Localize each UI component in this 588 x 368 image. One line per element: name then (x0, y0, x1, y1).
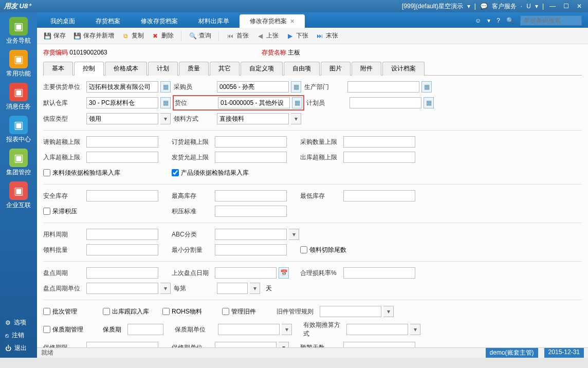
order-max-input[interactable] (215, 136, 287, 148)
barcode-search-input[interactable] (520, 15, 582, 26)
each-input[interactable] (217, 283, 248, 294)
close-button[interactable]: ✕ (575, 2, 584, 10)
subtab[interactable]: 设计档案 (382, 62, 425, 76)
chevron-down-icon[interactable]: ▾ (160, 113, 171, 124)
supply-type-select[interactable] (86, 113, 158, 124)
valid-calc-select[interactable] (346, 324, 408, 335)
last-button[interactable]: ⏭末张 (316, 31, 338, 40)
chevron-down-icon[interactable]: ▾ (291, 113, 301, 124)
slow-stock-checkbox[interactable]: 呆滞积压 (43, 207, 77, 216)
chevron-down-icon[interactable]: ▾ (250, 283, 260, 294)
location-input[interactable] (218, 97, 290, 108)
sidebar-item[interactable]: ▣报表中心 (3, 114, 34, 145)
tab[interactable]: 存货档案 (85, 14, 131, 28)
sidebar-item[interactable]: ▣消息任务 (3, 81, 34, 112)
subtab[interactable]: 附件 (352, 62, 381, 76)
loss-rate-input[interactable] (343, 267, 415, 279)
subtab[interactable]: 价格成本 (105, 62, 147, 76)
max-stock-input[interactable] (215, 190, 287, 201)
count-unit-select[interactable] (86, 283, 158, 294)
sidebar-options[interactable]: ⚙选项 (0, 316, 37, 329)
buy-qty-input[interactable] (343, 136, 415, 148)
warranty-unit-select[interactable] (218, 324, 280, 335)
warehouse-input[interactable] (86, 97, 158, 108)
subtab[interactable]: 自由项 (284, 62, 320, 76)
ref-icon[interactable]: ▦ (292, 97, 302, 108)
help-icon[interactable]: ? (497, 17, 500, 24)
subtab[interactable]: 自定义项 (241, 62, 283, 76)
incoming-inspect-checkbox[interactable]: 来料须依据检验结果入库 (43, 169, 120, 177)
count-period-input[interactable] (86, 267, 158, 279)
in-max-input[interactable] (86, 152, 158, 163)
subtab[interactable]: 计划 (148, 62, 178, 76)
sidebar-item[interactable]: ▣集团管控 (3, 147, 34, 178)
tab[interactable]: 材料出库单 (188, 14, 240, 28)
min-stock-input[interactable] (343, 190, 415, 201)
old-part-checkbox[interactable]: 管理旧件 (222, 307, 256, 316)
subtab[interactable]: 质量 (179, 62, 209, 76)
tab[interactable]: 修改存货档案 (131, 14, 188, 28)
out-track-checkbox[interactable]: 出库跟踪入库 (103, 307, 149, 316)
min-split-input[interactable] (215, 244, 287, 255)
pick-batch-input[interactable] (86, 244, 158, 255)
subtab[interactable]: 图片 (321, 62, 351, 76)
save-button[interactable]: 💾保存 (43, 31, 66, 40)
delete-button[interactable]: ✖删除 (151, 31, 174, 40)
chevron-down-icon[interactable]: ▾ (282, 324, 292, 335)
pick-type-select[interactable] (217, 113, 289, 124)
product-inspect-checkbox[interactable]: 产品须依据检验结果入库 (172, 169, 249, 177)
chat-icon[interactable]: 💬 (480, 3, 488, 10)
abc-select[interactable] (215, 229, 287, 240)
subtab[interactable]: 控制 (74, 62, 104, 76)
ship-allow-input[interactable] (215, 152, 287, 163)
safe-stock-input[interactable] (86, 190, 158, 201)
rohs-checkbox[interactable]: ROHS物料 (162, 307, 202, 316)
tab[interactable]: 我的桌面 (40, 14, 85, 28)
tab[interactable]: 修改存货档案✕ (240, 14, 305, 28)
ref-icon[interactable]: ▦ (291, 81, 301, 93)
out-max-input[interactable] (343, 152, 415, 163)
query-button[interactable]: 🔍查询 (189, 31, 211, 40)
ref-icon[interactable]: ▦ (421, 81, 432, 93)
customer-service-link[interactable]: 客户服务 (492, 2, 517, 11)
batch-mgmt-checkbox[interactable]: 批次管理 (43, 307, 77, 316)
copy-button[interactable]: ⧉复制 (121, 31, 144, 40)
dropdown-icon[interactable]: ▾ (467, 3, 470, 10)
search-icon[interactable]: 🔍 (506, 17, 514, 24)
sidebar-exit[interactable]: ⏻退出 (0, 342, 37, 355)
ref-icon[interactable]: ▦ (424, 97, 434, 108)
chevron-down-icon[interactable]: ▾ (289, 229, 299, 240)
ref-icon[interactable]: ▦ (160, 81, 171, 93)
buyer-input[interactable] (217, 81, 289, 93)
close-icon[interactable]: ✕ (290, 18, 295, 25)
planner-input[interactable] (350, 97, 421, 108)
warranty-period-input[interactable] (127, 324, 163, 335)
minimize-button[interactable]: — (548, 2, 557, 10)
sidebar-item[interactable]: ▣业务导航 (3, 15, 34, 46)
ref-icon[interactable]: ▦ (160, 97, 171, 108)
smiley-icon[interactable]: ☺ (475, 17, 481, 24)
mat-period-input[interactable] (86, 229, 158, 240)
sidebar-item[interactable]: ▣企业互联 (3, 180, 34, 211)
dropdown-icon[interactable]: ▾ (487, 17, 490, 24)
first-button[interactable]: ⏮首张 (226, 31, 249, 40)
chevron-down-icon[interactable]: ▾ (160, 283, 171, 294)
req-max-input[interactable] (86, 136, 158, 148)
supplier-input[interactable] (86, 81, 158, 93)
sidebar-logout[interactable]: ⎋注销 (0, 329, 37, 342)
dept-input[interactable] (347, 81, 419, 93)
next-button[interactable]: ▶下张 (286, 31, 308, 40)
warranty-checkbox[interactable]: 保质期管理 (43, 325, 83, 334)
maximize-button[interactable]: ☐ (561, 2, 571, 10)
prev-button[interactable]: ◀上张 (256, 31, 279, 40)
slow-std-input[interactable] (215, 206, 287, 217)
chevron-down-icon[interactable]: ▾ (383, 306, 394, 317)
cut-tail-checkbox[interactable]: 领料切除尾数 (300, 246, 346, 254)
old-rule-select[interactable] (320, 306, 381, 317)
last-count-date[interactable] (215, 267, 277, 279)
save-new-button[interactable]: 💾保存并新增 (73, 31, 114, 40)
sidebar-item[interactable]: ▣常用功能 (3, 48, 34, 79)
subtab[interactable]: 基本 (43, 62, 73, 76)
chevron-down-icon[interactable]: ▾ (410, 324, 420, 335)
calendar-icon[interactable]: 📅 (279, 267, 289, 279)
